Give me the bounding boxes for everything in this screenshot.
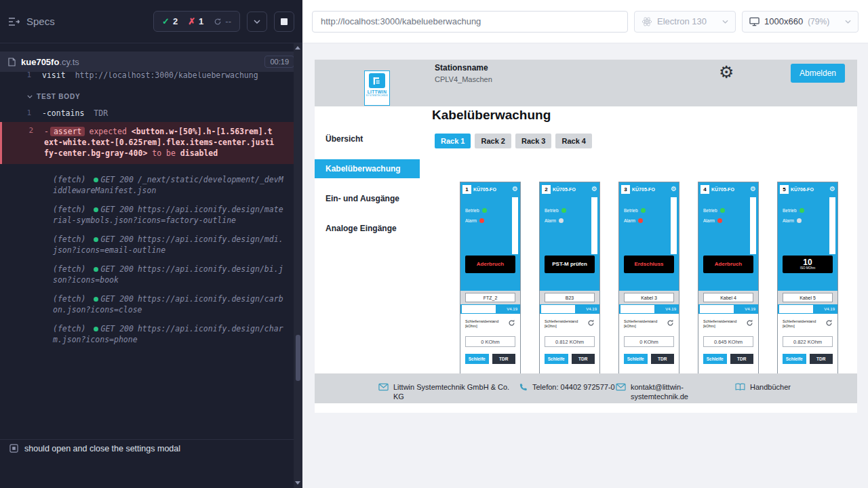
success-dot-icon [94,297,98,302]
scroll-down-icon[interactable] [295,481,300,485]
check-icon: ✓ [162,16,170,26]
tdr-button[interactable]: TDR [492,354,516,364]
footer-item[interactable]: kontakt@littwin-systemtechnik.de [616,383,705,401]
cable-name-field[interactable]: FTZ_2 [465,293,515,302]
card-name-row: B23 [540,291,599,304]
schleife-button[interactable]: Schleife [465,354,489,364]
cable-name-field[interactable]: B23 [545,293,595,302]
resistance-row: Schleifenwiderstand [kOhm] [545,319,595,329]
footer-item[interactable]: Handbücher [735,383,831,392]
failed-assert-row[interactable]: 2 -assertexpected <button.w-[50%].h-[1.5… [0,122,294,164]
fetch-log-entry[interactable]: (fetch)GET 200https://api.iconify.design… [53,294,284,315]
card-status-box: 10 ISO MOhm [783,256,833,273]
card-version-row: V4.19 [698,304,758,314]
tdr-button[interactable]: TDR [651,354,675,364]
rack-tab[interactable]: Rack 2 [475,134,511,148]
tdr-button[interactable]: TDR [810,354,833,364]
collapse-button[interactable] [247,12,267,32]
tdr-button[interactable]: TDR [730,354,754,364]
spec-name: kue705fo [21,57,59,67]
card-name-row: Kabel 5 [778,291,837,304]
fetch-log-entry[interactable]: (fetch)GET 200https://api.iconify.design… [53,205,284,226]
fetch-url: /_next/static/development/_devMiddleware… [53,175,283,195]
firmware-version: V4.19 [507,307,520,311]
resistance-label: Schleifenwiderstand [kOhm] [624,319,663,329]
alarm-indicator: Alarm [703,218,722,223]
rack-tab[interactable]: Rack 4 [555,134,591,148]
schleife-button[interactable]: Schleife [783,354,806,364]
scroll-up-icon[interactable] [295,46,300,49]
betrieb-indicator: Betrieb [783,208,804,213]
cable-name-field[interactable]: Kabel 4 [703,293,753,302]
version-box [620,305,654,313]
refresh-icon[interactable] [508,319,515,327]
url-input[interactable] [312,11,628,33]
visit-command-row[interactable]: 1 visit http://localhost:3000/kabelueber… [0,72,294,83]
card-gear-icon[interactable]: ⚙ [671,186,677,192]
sidebar-item[interactable]: Übersicht [315,129,420,148]
fetch-log-entry[interactable]: (fetch)GET 200https://api.iconify.design… [53,235,284,256]
card-name-row: Kabel 3 [619,291,679,304]
card-gear-icon[interactable]: ⚙ [512,186,518,192]
sidebar-item[interactable]: Ein- und Ausgänge [315,189,420,208]
refresh-icon[interactable] [825,319,833,327]
settings-gear-icon[interactable]: ⚙ [719,64,734,81]
scrollbar-thumb[interactable] [296,335,300,381]
rack-tab[interactable]: Rack 3 [515,134,551,148]
sidebar-item[interactable]: Analoge Eingänge [315,219,420,238]
specs-menu-icon[interactable] [8,17,20,26]
spec-file-row[interactable]: kue705fo.cy.ts 00:19 [0,52,302,72]
card-buttons: Schleife TDR [624,354,674,364]
card-status-text: Erdschluss [634,262,663,268]
cable-strip [671,197,677,254]
refresh-icon[interactable] [746,319,753,327]
test-stats[interactable]: ✓2 ✗1 -- [153,11,240,32]
card-gear-icon[interactable]: ⚙ [829,186,835,192]
card-gear-icon[interactable]: ⚙ [591,186,597,192]
fetch-log-entry[interactable]: (fetch)GET 200https://api.iconify.design… [53,264,284,285]
cable-name-field[interactable]: Kabel 5 [783,293,833,302]
contains-command-row[interactable]: 1 -contains TDR [0,106,294,121]
card-version-row: V4.19 [619,304,679,314]
pending-test-bar[interactable]: should open and close the settings modal [0,439,294,457]
fetch-label: (fetch) [53,205,85,214]
stop-button[interactable] [274,12,294,32]
card-header: 3 KÜ705-FO ⚙ [619,182,679,196]
app-footer: Littwin Systemtechnik GmbH & Co. KG Tele… [315,373,857,403]
cable-name-field[interactable]: Kabel 3 [624,293,674,302]
schleife-button[interactable]: Schleife [624,354,648,364]
reporter-scrollbar[interactable] [294,43,302,488]
card-gear-icon[interactable]: ⚙ [750,186,756,192]
device-card: 2 KÜ705-FO ⚙ Betrieb Alarm PST-M prüfen … [539,182,600,385]
device-card: 3 KÜ705-FO ⚙ Betrieb Alarm Erdschluss Ka… [618,182,679,385]
card-buttons: Schleife TDR [783,354,833,364]
footer-item[interactable]: Littwin Systemtechnik GmbH & Co. KG [378,383,515,401]
fetch-log-entry[interactable]: (fetch)GET 200/_next/static/development/… [53,175,284,196]
footer-item[interactable]: Telefon: 04402 972577-0 [519,383,615,392]
fetch-url: https://api.iconify.design/charm.json?ic… [53,324,283,344]
card-indicators: Betrieb Alarm [698,196,758,256]
card-model: KÜ706-FO [791,187,814,192]
viewport-select[interactable]: 1000x660 (79%) [742,11,859,33]
specs-label: Specs [26,16,55,27]
fetch-log-entry[interactable]: (fetch)GET 200https://api.iconify.design… [53,324,284,345]
alarm-label: Alarm [624,218,635,223]
sidebar-item[interactable]: Kabelüberwachung [315,159,420,178]
footer-item-text: Telefon: 04402 972577-0 [532,383,615,392]
card-version-row: V4.19 [460,304,520,314]
spec-extension: .cy.ts [59,57,79,67]
schleife-button[interactable]: Schleife [545,354,568,364]
browser-select[interactable]: Electron 130 [634,11,736,33]
suite-header[interactable]: TEST BODY [27,93,294,100]
schleife-button[interactable]: Schleife [703,354,727,364]
betrieb-led-icon [561,208,566,213]
app-viewport: LITTWIN SYSTEMTECHNIK Stationsname CPLV4… [315,60,857,413]
refresh-icon[interactable] [587,319,595,327]
card-number: 5 [780,185,789,194]
refresh-icon[interactable] [667,319,674,327]
logout-button[interactable]: Abmelden [791,64,845,83]
tdr-button[interactable]: TDR [572,354,595,364]
rack-tab[interactable]: Rack 1 [435,134,471,148]
app-body: ÜbersichtKabelüberwachungEin- und Ausgän… [315,106,857,403]
alarm-led-icon [717,218,722,223]
